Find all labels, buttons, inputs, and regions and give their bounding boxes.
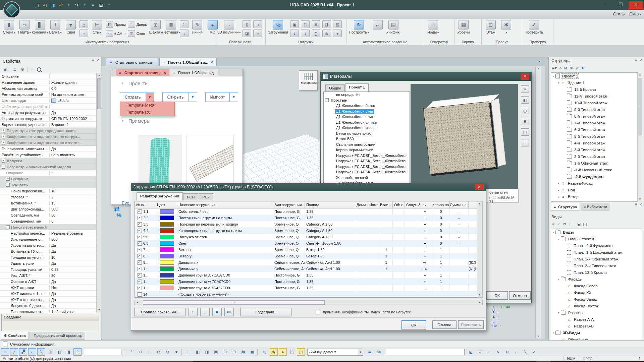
table-vscrollbar[interactable]: ▲ ▼ <box>477 201 483 298</box>
property-value[interactable]: 50 <box>51 213 55 217</box>
views-tree-item[interactable]: ▾ Разрезы <box>551 309 642 316</box>
gear-icon[interactable]: ✱ <box>551 222 555 227</box>
views-tree-item[interactable]: План. 2-й Типовой этаж <box>551 262 642 269</box>
views-tree-item[interactable]: План. -2-й Фундамент <box>551 242 642 249</box>
rotate-ccw-icon[interactable]: ↺ <box>154 348 162 356</box>
material-item[interactable]: Нагрузка+IFC ADSK_Бетон_Железобетон <box>324 169 410 175</box>
property-value[interactable]: не выполнять <box>51 153 75 157</box>
close-button[interactable]: ✕ <box>629 1 643 9</box>
load-case-row[interactable]: 5:6 Нагрузка от стен Временное, Q Catego… <box>135 234 477 240</box>
row-checkbox[interactable] <box>138 229 142 233</box>
view-box2-icon[interactable]: ◧ <box>194 348 202 356</box>
unify-button[interactable]: ▤Унифик. <box>385 20 401 35</box>
material-item[interactable]: Бетон B30 <box>324 136 410 142</box>
undo-caret-icon[interactable]: ▾ <box>66 2 72 8</box>
load-color-swatch[interactable] <box>160 266 174 271</box>
view-box3-icon[interactable]: ◨ <box>203 348 211 356</box>
property-row[interactable]: АЖТ пилона в 1 л... Да <box>0 291 96 297</box>
view-box6-icon[interactable]: ⊟ <box>230 348 238 356</box>
load-case-row[interactable]: 3:3 Полезная на перекрытия и кровлю Врем… <box>135 221 477 228</box>
crane-button[interactable]: ⌐ <box>370 20 385 31</box>
property-row[interactable]: Совпадения, мм 50 <box>0 212 96 218</box>
structure-tree-item[interactable]: 9-й Типовой этаж <box>551 106 642 113</box>
load-case-row[interactable]: 4:4 Кратковременные нагрузки на плиты Вр… <box>135 228 477 234</box>
levels-button[interactable]: ▦Уровни <box>456 20 471 35</box>
property-row[interactable]: Дотягивать ГУ ст... Да <box>0 248 96 254</box>
structure-tree-item[interactable]: 10-й Типовой этаж <box>551 100 642 106</box>
scroll-up-icon[interactable]: ▲ <box>97 73 102 78</box>
property-value[interactable]: Да <box>51 304 56 308</box>
expander-icon[interactable]: + <box>2 159 5 163</box>
filter-icon[interactable]: ▽ <box>521 85 529 93</box>
redo-caret-icon[interactable]: ▾ <box>82 2 88 8</box>
row-checkbox[interactable] <box>138 286 142 290</box>
property-value[interactable]: Да <box>51 243 56 247</box>
structure-tree-item[interactable]: ▾ Проект 1 <box>551 73 642 79</box>
property-row[interactable]: Толщина по умолч... 10 <box>0 254 96 260</box>
material-item[interactable]: Нагрузка+IFC ADSK_Бетон_Железобетон <box>324 153 410 159</box>
row-checkbox[interactable] <box>138 209 142 214</box>
column-button[interactable]: ▋Колонна▾ <box>32 20 48 35</box>
load-color-swatch[interactable] <box>160 241 174 246</box>
expander-icon[interactable] <box>331 93 334 96</box>
property-value[interactable]: 2 <box>51 195 53 199</box>
add-frame-icon[interactable]: ⊞ <box>570 66 573 70</box>
materials-dialog-tab[interactable]: Проект 1 <box>345 83 369 92</box>
add-icon[interactable]: + <box>485 348 493 356</box>
material-item[interactable]: Кирпич керамический <box>324 147 410 153</box>
ok-button[interactable]: ОК <box>401 320 426 329</box>
views-tree-item[interactable]: ⌂ Фасад Восток <box>551 303 642 309</box>
snap-node-icon[interactable]: ∷ <box>28 348 36 356</box>
view-box4-icon[interactable]: ▣ <box>212 348 220 356</box>
material-item[interactable]: Д1 Железобетон стен <box>324 109 410 114</box>
load-color-swatch[interactable] <box>160 260 174 265</box>
structure-tree-item[interactable]: 2-й Типовой этаж <box>551 153 642 160</box>
pin-icon[interactable]: ∇ <box>635 58 637 63</box>
list-icon[interactable]: ≣ <box>366 348 374 356</box>
refresh-icon[interactable]: ↻ <box>563 222 566 227</box>
expander-icon[interactable]: − <box>2 165 5 169</box>
property-value[interactable]: Да <box>51 249 56 253</box>
dynamic-load-icon[interactable]: ≋ <box>322 29 331 37</box>
apply-icon[interactable]: ✓ <box>557 222 560 227</box>
find-icon[interactable]: ◉ <box>575 66 579 70</box>
close-tab-icon[interactable]: ✕ <box>163 71 166 75</box>
toolbar-options-icon[interactable]: ▾ <box>106 2 112 8</box>
property-row[interactable]: Опирание X <box>0 170 96 176</box>
snap-angle-icon[interactable]: ╲ <box>37 348 45 356</box>
rotate-caret-icon[interactable]: ▾ <box>172 348 180 356</box>
sphere-icon[interactable]: ● <box>90 2 96 8</box>
row-checkbox[interactable] <box>138 254 142 258</box>
num-indicator[interactable]: NUM <box>564 356 579 361</box>
coordinate-input[interactable] <box>84 349 121 355</box>
property-row[interactable]: Расчёт на устойчивость не выполнять <box>0 152 96 158</box>
checkbox-icon[interactable] <box>316 310 320 314</box>
copy-icon[interactable]: ◧ <box>521 96 529 104</box>
views-tree-item[interactable]: ▾ Планы этажей <box>551 236 642 242</box>
dropdown-caret-icon[interactable]: ▼ <box>189 93 197 102</box>
property-value[interactable]: Жилые здания <box>51 80 76 84</box>
point-load-icon[interactable]: ↓ <box>301 29 310 37</box>
views-tree-item[interactable]: ⌂ Фасад Запад <box>551 296 642 303</box>
shaft-button[interactable]: ⊞Шахта▾ <box>148 20 163 35</box>
pile-button[interactable]: ▼Свая <box>63 20 78 35</box>
wall-load-icon[interactable]: ◨ <box>322 20 331 28</box>
surface-wall-icon[interactable]: ▯ <box>243 20 251 28</box>
structure-tree-item[interactable]: 6-й Типовой этаж <box>551 126 642 133</box>
table-hscrollbar[interactable]: ◂ III ▸ <box>135 300 483 305</box>
expander-icon[interactable] <box>331 115 334 118</box>
wall-button[interactable]: ▮Стена▾ <box>1 20 17 35</box>
slab-button[interactable]: ▱Плита▾ <box>17 20 32 35</box>
materials-palette[interactable]: Материалы <box>299 70 318 90</box>
views-tree-item[interactable]: ⌂ Фасад Север <box>551 283 642 289</box>
expander-icon[interactable] <box>331 165 334 168</box>
property-row[interactable]: АЖТ стержни Нет <box>0 285 96 291</box>
view-box5-icon[interactable]: ⊡ <box>221 348 229 356</box>
shell-icon[interactable]: ◑ <box>253 29 262 37</box>
property-row[interactable]: +Коэффициенты надёжности по нагруз... <box>0 134 96 140</box>
views-tree-item[interactable]: ⌂ Разрез A-A <box>551 316 642 323</box>
property-row[interactable]: Вариант конструирования Вариант 1 <box>0 122 96 128</box>
pin-icon[interactable]: ∇ <box>92 58 94 63</box>
apply-factors-checkbox[interactable]: применять коэффициенты надёжности по наг… <box>314 310 411 314</box>
structure-scrollbar[interactable]: ▲ ≡ ▼ <box>637 72 642 202</box>
